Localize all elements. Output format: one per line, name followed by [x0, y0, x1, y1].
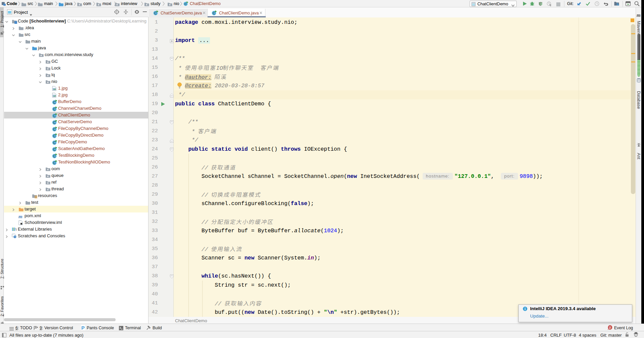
svg-text:C: C: [184, 2, 187, 6]
svg-text:2: 2: [609, 326, 611, 329]
